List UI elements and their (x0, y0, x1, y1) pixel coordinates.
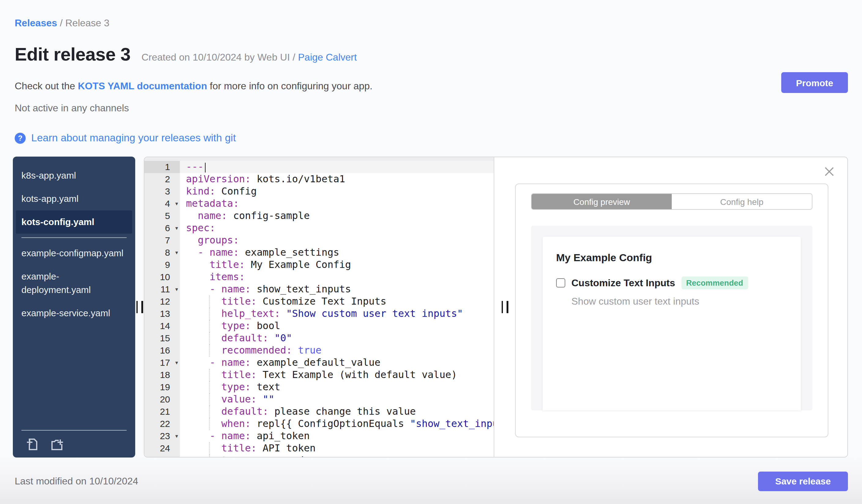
code-line-4[interactable]: metadata: (180, 198, 494, 210)
editor-code-area[interactable]: ---apiVersion: kots.io/v1beta1kind: Conf… (180, 161, 494, 457)
code-line-22[interactable]: when: repl{{ ConfigOptionEquals "show_te… (180, 418, 494, 430)
gutter-line-9[interactable]: 9 (144, 259, 180, 271)
file-item-example-configmap-yaml[interactable]: example-configmap.yaml (13, 242, 135, 265)
breadcrumb: Releases / Release 3 (15, 18, 109, 29)
gutter-line-3[interactable]: 3 (144, 185, 180, 198)
drag-handle-icon (501, 301, 508, 313)
gutter-line-23[interactable]: 23▾ (144, 430, 180, 442)
footer-bar: Last modified on 10/10/2024 Save release (0, 458, 862, 504)
paige-calvert-link[interactable]: Paige Calvert (298, 52, 357, 62)
help-icon[interactable]: ? (15, 133, 26, 144)
gutter-line-19[interactable]: 19 (144, 381, 180, 393)
add-folder-icon[interactable] (50, 437, 64, 451)
code-line-15[interactable]: default: "0" (180, 332, 494, 344)
gutter-line-12[interactable]: 12 (144, 295, 180, 308)
fold-arrow-icon[interactable]: ▾ (175, 247, 178, 259)
indent-guide (209, 295, 210, 308)
code-line-13[interactable]: help_text: "Show custom user text inputs… (180, 308, 494, 320)
fold-arrow-icon[interactable]: ▾ (175, 198, 178, 210)
gutter-line-2[interactable]: 2 (144, 173, 180, 185)
gutter-line-18[interactable]: 18 (144, 369, 180, 381)
breadcrumb-releases-link[interactable]: Releases (15, 18, 57, 28)
gutter-line-8[interactable]: 8▾ (144, 247, 180, 259)
save-release-button[interactable]: Save release (758, 471, 848, 491)
editor-scrollbar-track[interactable] (144, 157, 494, 161)
channel-status: Not active in any channels (15, 103, 129, 114)
indent-guide (209, 308, 210, 320)
gutter-line-24[interactable]: 24 (144, 442, 180, 454)
code-line-6[interactable]: spec: (180, 222, 494, 234)
add-file-icon[interactable] (25, 437, 40, 451)
page-title: Edit release 3 (15, 44, 131, 65)
drag-handle-icon (136, 301, 143, 313)
code-line-8[interactable]: - name: example_settings (180, 247, 494, 259)
gutter-line-25[interactable]: 25 (144, 454, 180, 457)
indent-guide (209, 406, 210, 418)
file-item-example-service-yaml[interactable]: example-service.yaml (13, 302, 135, 325)
breadcrumb-current: Release 3 (65, 18, 109, 28)
code-line-18[interactable]: title: Text Example (with default value) (180, 369, 494, 381)
file-item-k8s-app-yaml[interactable]: k8s-app.yaml (13, 164, 135, 187)
promote-button[interactable]: Promote (781, 72, 848, 93)
gutter-line-15[interactable]: 15 (144, 332, 180, 344)
config-item-label[interactable]: Customize Text Inputs (571, 277, 675, 288)
close-icon[interactable] (823, 166, 835, 177)
gutter-line-21[interactable]: 21 (144, 406, 180, 418)
code-line-10[interactable]: items: (180, 271, 494, 283)
editor-preview-drag-handle[interactable] (494, 157, 515, 457)
file-item-kots-config-yaml[interactable]: kots-config.yaml (16, 210, 132, 234)
code-line-23[interactable]: - name: api_token (180, 430, 494, 442)
code-line-7[interactable]: groups: (180, 234, 494, 247)
code-line-3[interactable]: kind: Config (180, 185, 494, 198)
code-line-25[interactable]: type: password (180, 454, 494, 457)
recommended-badge: Recommended (681, 277, 748, 289)
indent-guide (209, 344, 210, 357)
code-line-5[interactable]: name: config-sample (180, 210, 494, 222)
tab-config-help[interactable]: Config help (672, 194, 812, 209)
code-line-1[interactable]: --- (180, 161, 494, 173)
code-line-17[interactable]: - name: example_default_value (180, 357, 494, 369)
yaml-editor[interactable]: 1234▾56▾78▾91011▾121314151617▾1819202122… (144, 157, 494, 457)
file-item-example-deployment-yaml[interactable]: example-deployment.yaml (13, 265, 135, 302)
config-preview-card: Config previewConfig help My Example Con… (515, 184, 828, 437)
edit-release-page: Releases / Release 3 Edit release 3 Crea… (0, 0, 862, 504)
gutter-line-1[interactable]: 1 (144, 161, 180, 173)
gutter-line-4[interactable]: 4▾ (144, 198, 180, 210)
code-line-2[interactable]: apiVersion: kots.io/v1beta1 (180, 173, 494, 185)
code-line-21[interactable]: default: please change this value (180, 406, 494, 418)
fold-arrow-icon[interactable]: ▾ (175, 222, 178, 234)
code-line-9[interactable]: title: My Example Config (180, 259, 494, 271)
code-line-24[interactable]: title: API token (180, 442, 494, 454)
git-learn-link[interactable]: Learn about managing your releases with … (31, 132, 236, 144)
gutter-line-10[interactable]: 10 (144, 271, 180, 283)
file-item-kots-app-yaml[interactable]: kots-app.yaml (13, 187, 135, 210)
gutter-line-16[interactable]: 16 (144, 344, 180, 357)
gutter-line-5[interactable]: 5 (144, 210, 180, 222)
customize-text-inputs-checkbox[interactable] (556, 278, 565, 288)
fold-arrow-icon[interactable]: ▾ (175, 283, 178, 295)
gutter-line-20[interactable]: 20 (144, 393, 180, 406)
config-item-help-text: Show custom user text inputs (571, 296, 787, 307)
gutter-line-17[interactable]: 17▾ (144, 357, 180, 369)
code-line-11[interactable]: - name: show_text_inputs (180, 283, 494, 295)
config-preview-panel: Config previewConfig help My Example Con… (515, 157, 847, 457)
code-line-12[interactable]: title: Customize Text Inputs (180, 295, 494, 308)
fold-arrow-icon[interactable]: ▾ (175, 430, 178, 442)
gutter-line-11[interactable]: 11▾ (144, 283, 180, 295)
indent-guide (209, 418, 210, 430)
code-line-16[interactable]: recommended: true (180, 344, 494, 357)
gutter-line-14[interactable]: 14 (144, 320, 180, 332)
gutter-line-6[interactable]: 6▾ (144, 222, 180, 234)
code-line-19[interactable]: type: text (180, 381, 494, 393)
code-line-20[interactable]: value: "" (180, 393, 494, 406)
code-line-14[interactable]: type: bool (180, 320, 494, 332)
fold-arrow-icon[interactable]: ▾ (175, 357, 178, 369)
gutter-line-22[interactable]: 22 (144, 418, 180, 430)
kots-yaml-documentation-link[interactable]: KOTS YAML documentation (78, 81, 207, 91)
breadcrumb-separator: / (60, 18, 65, 28)
indent-guide (209, 393, 210, 406)
gutter-line-7[interactable]: 7 (144, 234, 180, 247)
sidebar-editor-drag-handle[interactable] (135, 157, 144, 457)
tab-config-preview[interactable]: Config preview (532, 194, 672, 209)
gutter-line-13[interactable]: 13 (144, 308, 180, 320)
